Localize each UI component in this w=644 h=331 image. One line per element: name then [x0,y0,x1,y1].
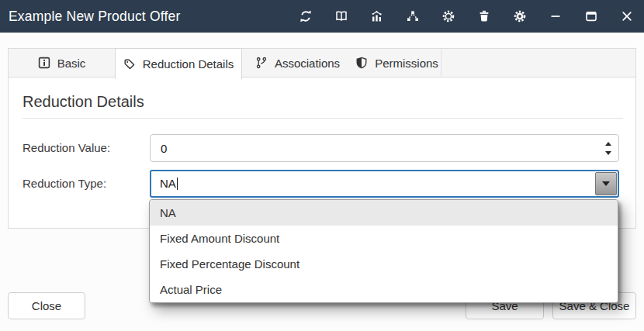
number-spinner[interactable] [598,135,618,161]
combobox-value: NA [160,171,178,196]
reduction-type-dropdown-list: NA Fixed Amount Discount Fixed Percentag… [149,199,618,303]
info-icon [38,57,50,69]
dropdown-item-fixed-percentage[interactable]: Fixed Percentage Discount [150,251,618,277]
tab-associations[interactable]: Associations [242,49,353,77]
gear-outline-icon[interactable] [441,9,455,23]
trash-icon[interactable] [477,9,491,23]
tab-permissions-label: Permissions [375,57,438,70]
book-icon[interactable] [334,9,348,23]
dropdown-item-fixed-amount[interactable]: Fixed Amount Discount [150,226,618,251]
shield-icon [355,57,368,69]
text-cursor [177,178,178,190]
spinner-down-icon[interactable] [605,151,611,155]
gear-icon[interactable] [513,9,527,23]
tab-strip: Basic Reduction Details Associations Per… [8,48,636,78]
reduction-value-field [150,134,619,162]
title-bar: Example New Product Offer [0,0,644,33]
chart-icon[interactable] [370,9,384,23]
dropdown-item-actual-price[interactable]: Actual Price [150,277,618,302]
reduction-type-combobox[interactable]: NA [150,170,619,198]
tab-reduction-details-label: Reduction Details [143,57,234,71]
workflow-icon[interactable] [406,9,420,23]
titlebar-actions [299,9,644,23]
close-icon[interactable] [620,9,634,23]
minimize-icon[interactable] [549,9,563,23]
close-button[interactable]: Close [8,292,85,319]
dropdown-item-na[interactable]: NA [150,200,618,226]
branch-icon [255,57,268,69]
reduction-value-input[interactable] [151,135,618,161]
chevron-down-icon [602,181,610,186]
tab-permissions[interactable]: Permissions [353,49,441,77]
combobox-dropdown-button[interactable] [595,172,617,195]
tab-basic[interactable]: Basic [9,49,115,77]
reduction-value-label: Reduction Value: [23,134,110,162]
tab-basic-label: Basic [57,57,86,70]
spinner-up-icon[interactable] [605,142,611,146]
tab-associations-label: Associations [275,57,340,70]
window-title: Example New Product Offer [0,9,181,25]
tab-reduction-details[interactable]: Reduction Details [115,48,242,79]
refresh-icon[interactable] [299,9,313,23]
section-heading: Reduction Details [23,93,144,111]
tag-icon [123,58,136,71]
maximize-icon[interactable] [584,9,598,23]
heading-divider [23,118,623,119]
reduction-type-label: Reduction Type: [23,170,106,198]
